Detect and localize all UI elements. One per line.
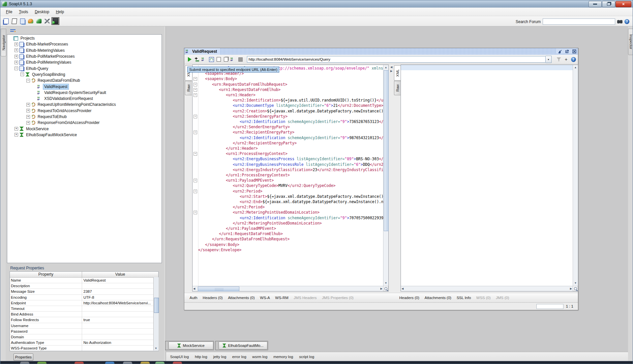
request-raw-tab[interactable]: Raw xyxy=(185,81,192,95)
tree-item[interactable]: ValidRequest xyxy=(7,83,162,89)
response-raw-tab[interactable]: Raw xyxy=(394,81,401,95)
fold-toggle[interactable]: − xyxy=(194,211,197,214)
property-value[interactable] xyxy=(82,334,158,340)
scrollbar-thumb[interactable] xyxy=(198,287,239,291)
tree-item-label[interactable]: MockService xyxy=(25,126,50,132)
minimize-button[interactable] xyxy=(588,1,602,7)
tree-item[interactable]: + RequestUpfrontMeteringPointCharacteris… xyxy=(7,102,162,107)
properties-scrollbar[interactable]: ▼ xyxy=(153,277,159,350)
endpoint-filter-button[interactable] xyxy=(556,56,562,63)
property-row[interactable]: WSS-Password Type xyxy=(10,346,158,351)
response-xml-tab[interactable]: XML xyxy=(394,65,401,81)
editor-tab[interactable]: JMS Headers xyxy=(294,296,317,300)
menu-item[interactable]: File xyxy=(3,9,15,15)
request-xml-content[interactable]: <soapenv:Envelope xmlns:soapenv="http://… xyxy=(198,65,383,286)
property-row[interactable]: Description xyxy=(10,283,158,289)
taskbar-icon[interactable] xyxy=(123,362,132,364)
search-forum-input[interactable] xyxy=(543,18,615,25)
property-row[interactable]: Timeout xyxy=(10,306,158,312)
fold-toggle[interactable]: − xyxy=(194,83,197,86)
drag-grip[interactable] xyxy=(166,341,168,350)
response-horizontal-scrollbar[interactable]: ◀ ▶ xyxy=(401,286,573,291)
editor-tab[interactable]: SSL Info xyxy=(457,296,471,300)
restore-button[interactable] xyxy=(602,1,615,7)
inspector-tab[interactable]: Inspector xyxy=(628,29,633,55)
property-value[interactable] xyxy=(82,312,158,317)
taskbar-icon[interactable] xyxy=(20,362,29,364)
collapse-right-icon[interactable]: ▶ xyxy=(389,69,393,73)
editor-tab[interactable]: WSS (0) xyxy=(476,296,491,300)
tree-item-label[interactable]: Elhub-PollMeteringValues xyxy=(25,60,72,65)
tree-item[interactable]: XSDValidationErrorRequest xyxy=(7,96,162,102)
editor-tab[interactable]: Auth xyxy=(190,296,197,300)
tree-item[interactable]: Projects xyxy=(7,35,162,41)
tree-item-label[interactable]: Elhub-PollMarketProcesses xyxy=(25,54,75,59)
fold-toggle[interactable]: − xyxy=(194,152,197,156)
proxy-button[interactable] xyxy=(51,17,59,25)
scroll-down-icon[interactable]: ▼ xyxy=(155,347,157,350)
navigator-tab[interactable]: Navigator xyxy=(1,29,6,56)
tree-item[interactable]: + RequestToGridAccessProvider xyxy=(7,108,162,114)
property-value[interactable] xyxy=(82,323,158,328)
editor-tab[interactable]: WS-RM xyxy=(275,296,288,300)
tree-expander[interactable]: + xyxy=(15,55,18,58)
log-tab[interactable]: SoapUI log xyxy=(170,355,189,359)
tree-item-label[interactable]: RequestToElhub xyxy=(37,114,68,119)
tree-expander[interactable]: + xyxy=(15,133,18,136)
help-icon[interactable]: ? xyxy=(624,19,629,24)
editor-tab[interactable]: Attachments (0) xyxy=(425,296,451,300)
tree-item-label[interactable]: Elhub-MarketProcesses xyxy=(25,42,69,47)
response-xml-editor[interactable]: ▲ ▼ ◀ ▶ xyxy=(401,65,578,291)
scroll-right-icon[interactable]: ▶ xyxy=(570,286,572,291)
property-row[interactable]: Encoding UTF-8 xyxy=(10,295,158,300)
import-project-button[interactable] xyxy=(10,17,18,25)
property-row[interactable]: Name ValidRequest xyxy=(10,278,158,283)
tree-item[interactable]: + Elhub-PollMeteringValues xyxy=(7,59,162,65)
tree-item-label[interactable]: RequestUpfrontMeteringPointCharacteristi… xyxy=(37,102,117,107)
log-tab[interactable]: http log xyxy=(195,355,207,359)
property-row[interactable]: Authentication Type No Authorization xyxy=(10,340,158,346)
frame-close-icon[interactable] xyxy=(572,49,577,54)
taskbar-icon[interactable] xyxy=(140,362,150,364)
minimized-elhubsoapfault-window[interactable]: ElhubSoapFaultMo... xyxy=(215,341,268,350)
submit-request-button[interactable] xyxy=(186,56,193,63)
tree-item[interactable]: − Elhub-Query xyxy=(7,65,162,71)
menu-item[interactable]: Desktop xyxy=(32,9,52,15)
save-all-button[interactable] xyxy=(18,17,26,25)
clone-request-button[interactable] xyxy=(223,56,229,63)
tree-item[interactable]: + Elhub-MarketProcesses xyxy=(7,41,162,47)
add-to-testcase-button[interactable] xyxy=(194,56,200,63)
tree-item-label[interactable]: ResponseFromGridAccessProvider xyxy=(37,120,101,125)
tree-expander[interactable]: + xyxy=(15,43,18,46)
fold-toggle[interactable]: − xyxy=(194,115,197,118)
scroll-up-icon[interactable]: ▲ xyxy=(383,65,388,70)
tree-item[interactable]: − QuerySoapBinding xyxy=(7,72,162,77)
tree-item-label[interactable]: Projects xyxy=(19,36,36,41)
response-vertical-scrollbar[interactable]: ▲ ▼ xyxy=(573,65,578,286)
log-tab[interactable]: error log xyxy=(232,355,246,359)
property-row[interactable]: Message Size 2387 xyxy=(10,289,158,294)
recreate-request-button[interactable] xyxy=(201,56,207,63)
minimized-mockservice-window[interactable]: MockService xyxy=(165,341,214,350)
log-tab[interactable]: memory log xyxy=(273,355,293,359)
fold-toggle[interactable]: − xyxy=(194,88,197,92)
tree-expander[interactable]: + xyxy=(15,127,18,131)
property-value[interactable] xyxy=(82,346,158,351)
property-value[interactable]: true xyxy=(82,317,158,322)
split-collapse-controls[interactable]: ◀ ▶ xyxy=(389,65,393,74)
editor-tab[interactable]: Attachments (0) xyxy=(228,296,255,300)
tree-expander[interactable]: + xyxy=(15,61,18,64)
request-help-button[interactable]: ? xyxy=(570,56,577,63)
property-value[interactable] xyxy=(82,283,158,288)
fold-toggle[interactable]: − xyxy=(194,131,197,134)
tree-expander[interactable]: − xyxy=(26,79,30,82)
tree-expander[interactable]: + xyxy=(26,109,30,112)
scroll-down-icon[interactable]: ▼ xyxy=(383,281,388,286)
tree-expander[interactable]: + xyxy=(26,115,30,119)
tree-item[interactable]: + Elhub-MeteringValues xyxy=(7,47,162,53)
tree-expander[interactable]: − xyxy=(15,67,18,70)
tree-item-label[interactable]: ElhubSoapFaultMockService xyxy=(25,132,78,137)
format-xml-button[interactable] xyxy=(573,286,578,291)
editor-tab[interactable]: Headers (0) xyxy=(399,296,419,300)
log-tab[interactable]: script log xyxy=(299,355,314,359)
